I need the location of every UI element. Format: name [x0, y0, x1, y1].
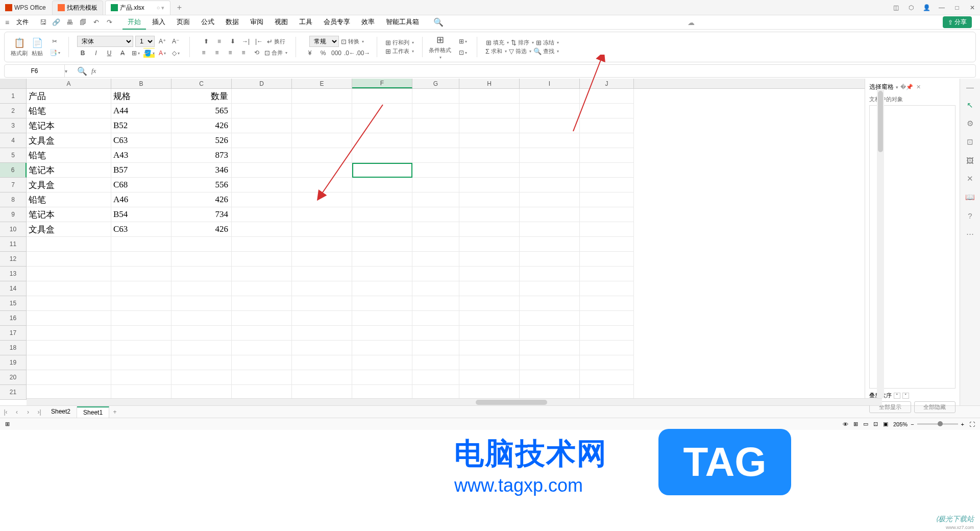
freeze-button[interactable]: ⊞冻结	[536, 39, 559, 46]
cell[interactable]	[520, 178, 580, 192]
cell[interactable]	[520, 104, 580, 118]
cell[interactable]: C68	[111, 178, 172, 192]
cell[interactable]: 文具盒	[27, 222, 111, 237]
row-header[interactable]: 17	[0, 326, 27, 341]
next-sheet-icon[interactable]: ›	[22, 408, 34, 416]
cell[interactable]	[580, 148, 634, 163]
row-header[interactable]: 4	[0, 133, 27, 148]
cell[interactable]	[459, 237, 520, 252]
cell[interactable]	[27, 267, 111, 281]
cell[interactable]	[412, 148, 459, 163]
cell[interactable]	[352, 148, 412, 163]
cell[interactable]	[459, 178, 520, 192]
cell[interactable]	[292, 311, 352, 326]
cell[interactable]	[459, 89, 520, 104]
zoom-out-icon[interactable]: −	[911, 421, 914, 427]
file-menu[interactable]: 文件	[12, 16, 33, 29]
row-header[interactable]: 6	[0, 163, 27, 178]
cell[interactable]	[111, 326, 172, 341]
cell[interactable]	[412, 326, 459, 341]
cell[interactable]: 346	[172, 163, 232, 178]
cell[interactable]	[580, 267, 634, 281]
row-header[interactable]: 2	[0, 104, 27, 118]
font-color-button[interactable]: A	[157, 48, 168, 58]
align-top-icon[interactable]: ⬆	[201, 36, 212, 46]
prev-sheet-icon[interactable]: ‹	[11, 408, 22, 416]
cell[interactable]	[459, 252, 520, 267]
cell[interactable]	[352, 385, 412, 400]
close-pane-icon[interactable]: ✕	[916, 84, 921, 90]
select-icon[interactable]: ↖	[965, 100, 975, 110]
number-format-select[interactable]: 常规	[309, 36, 339, 47]
cell[interactable]	[459, 385, 520, 400]
row-header[interactable]: 19	[0, 355, 27, 370]
cell[interactable]	[27, 370, 111, 385]
underline-button[interactable]: U	[104, 48, 115, 58]
status-icon[interactable]: ⊞	[5, 421, 10, 427]
cell[interactable]	[172, 326, 232, 341]
formula-input[interactable]	[100, 67, 970, 75]
cell[interactable]	[352, 133, 412, 148]
cell[interactable]	[27, 341, 111, 355]
cell[interactable]	[232, 252, 292, 267]
cut-icon[interactable]: ✂	[49, 36, 60, 46]
cell[interactable]	[111, 311, 172, 326]
col-header-I[interactable]: I	[520, 79, 580, 88]
cell[interactable]	[232, 178, 292, 192]
menu-tab-插入[interactable]: 插入	[147, 15, 170, 30]
sheet-tab-Sheet1[interactable]: Sheet1	[77, 406, 109, 418]
view-pagebreak-icon[interactable]: ▣	[883, 421, 888, 427]
align-left-icon[interactable]: ≡	[198, 47, 209, 58]
zoom-in-icon[interactable]: +	[961, 421, 964, 427]
cell[interactable]	[292, 178, 352, 192]
cell[interactable]	[111, 385, 172, 400]
cell[interactable]: 426	[172, 192, 232, 207]
sidebar-toggle-icon[interactable]: ◫	[888, 0, 903, 15]
cell[interactable]	[580, 133, 634, 148]
book-icon[interactable]: 📖	[965, 192, 975, 202]
cell[interactable]	[459, 207, 520, 222]
cell[interactable]	[412, 252, 459, 267]
cell[interactable]	[352, 89, 412, 104]
cell[interactable]	[580, 207, 634, 222]
tools-icon[interactable]: ✕	[965, 174, 975, 184]
menu-tab-审阅[interactable]: 审阅	[245, 15, 268, 30]
maximize-button[interactable]: □	[949, 0, 965, 15]
cell[interactable]	[520, 118, 580, 133]
col-header-H[interactable]: H	[459, 79, 520, 88]
fill-button[interactable]: ⊞填充	[486, 39, 509, 46]
increase-decimal-icon[interactable]: .00→	[357, 48, 369, 58]
cell[interactable]: B54	[111, 207, 172, 222]
search-fx-icon[interactable]: 🔍	[77, 66, 87, 76]
cell[interactable]	[111, 370, 172, 385]
decrease-font-icon[interactable]: A⁻	[170, 36, 181, 46]
cell[interactable]	[172, 296, 232, 311]
close-button[interactable]: ✕	[965, 0, 980, 15]
cell[interactable]	[459, 311, 520, 326]
cell[interactable]	[232, 104, 292, 118]
first-sheet-icon[interactable]: |‹	[0, 408, 11, 416]
cell[interactable]	[172, 267, 232, 281]
cell[interactable]	[292, 296, 352, 311]
new-tab-button[interactable]: +	[173, 3, 187, 12]
cell[interactable]	[232, 326, 292, 341]
cell[interactable]	[352, 311, 412, 326]
cell[interactable]: B57	[111, 163, 172, 178]
menu-tab-效率[interactable]: 效率	[356, 15, 380, 30]
menu-tab-数据[interactable]: 数据	[220, 15, 244, 30]
cell[interactable]	[232, 192, 292, 207]
cell[interactable]	[352, 118, 412, 133]
settings-icon[interactable]: ⚙	[965, 118, 975, 129]
link-icon[interactable]: 🔗	[52, 18, 60, 27]
cell[interactable]	[232, 133, 292, 148]
worksheet-button[interactable]: ⊞工作表	[385, 47, 414, 55]
decrease-decimal-icon[interactable]: .0←	[344, 48, 355, 58]
cell[interactable]	[520, 267, 580, 281]
cell[interactable]: 426	[172, 118, 232, 133]
font-name-select[interactable]: 宋体	[77, 36, 133, 47]
move-down-icon[interactable]: ˅	[902, 393, 909, 399]
cell[interactable]	[172, 311, 232, 326]
menu-tab-开始[interactable]: 开始	[122, 15, 146, 30]
print-preview-icon[interactable]: 🗐	[79, 18, 87, 27]
add-sheet-button[interactable]: +	[109, 408, 120, 416]
